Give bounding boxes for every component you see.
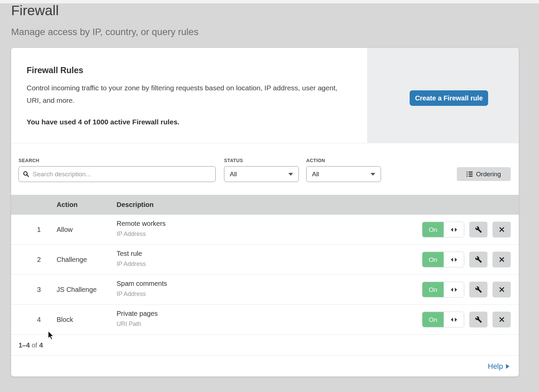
toggle-on-label[interactable]: On xyxy=(422,222,444,237)
edit-rule-button[interactable] xyxy=(469,222,487,238)
toggle-on-label[interactable]: On xyxy=(422,312,444,327)
row-controls: On xyxy=(422,312,511,328)
top-edge-highlight xyxy=(0,0,539,3)
chevron-down-icon xyxy=(288,173,293,176)
edit-rule-button[interactable] xyxy=(469,282,487,298)
toggle-drag-handle[interactable] xyxy=(444,252,464,267)
rule-description: Spam comments xyxy=(117,280,167,288)
right-arrow-icon xyxy=(455,288,457,292)
rule-description: Private pages xyxy=(117,310,158,318)
pagination-text: 1–4 of 4 xyxy=(19,335,43,356)
page-subtitle: Manage access by IP, country, or query r… xyxy=(11,27,198,37)
ordered-list-icon xyxy=(467,172,473,177)
pagination-total: 4 xyxy=(39,341,43,349)
status-select[interactable]: All xyxy=(224,166,299,182)
close-icon xyxy=(499,257,505,263)
left-arrow-icon xyxy=(451,258,453,262)
rule-action: Challenge xyxy=(57,256,87,264)
search-icon xyxy=(23,171,29,177)
row-controls: On xyxy=(422,222,511,238)
rule-action: Block xyxy=(57,316,73,324)
pagination-bar: 1–4 of 4 xyxy=(11,335,519,356)
ordering-button-label: Ordering xyxy=(476,171,501,178)
create-firewall-rule-button[interactable]: Create a Firewall rule xyxy=(410,90,488,106)
page-title: Firewall xyxy=(11,3,59,19)
action-label: ACTION xyxy=(306,158,325,163)
column-header-action: Action xyxy=(57,195,77,215)
intro-section: Firewall Rules Control incoming traffic … xyxy=(11,48,519,143)
toggle-drag-handle[interactable] xyxy=(444,312,464,327)
table-row: 1 Allow Remote workers IP Address On xyxy=(11,215,519,245)
table-row: 2 Challenge Test rule IP Address On xyxy=(11,245,519,275)
close-icon xyxy=(499,287,505,293)
toggle-on-label[interactable]: On xyxy=(422,252,444,267)
rule-match-type: IP Address xyxy=(117,261,146,268)
close-icon xyxy=(499,316,505,323)
search-input[interactable] xyxy=(33,171,211,178)
table-header: Action Description xyxy=(11,195,519,215)
left-arrow-icon xyxy=(451,228,453,232)
right-arrow-icon xyxy=(455,258,457,262)
pagination-range: 1–4 xyxy=(19,341,30,349)
rule-description: Remote workers xyxy=(117,220,166,228)
table-row: 4 Block Private pages URI Path On xyxy=(11,305,519,335)
rule-enabled-toggle[interactable]: On xyxy=(422,312,464,328)
section-heading: Firewall Rules xyxy=(27,65,83,75)
chevron-down-icon xyxy=(371,173,375,176)
edit-rule-button[interactable] xyxy=(469,312,487,328)
firewall-rules-card: Firewall Rules Control incoming traffic … xyxy=(11,48,519,376)
help-link-label: Help xyxy=(488,362,503,371)
wrench-icon xyxy=(475,256,482,263)
help-link[interactable]: Help xyxy=(488,362,509,371)
rule-match-type: IP Address xyxy=(117,291,146,298)
status-selected-value: All xyxy=(230,171,237,178)
create-rule-panel: Create a Firewall rule xyxy=(367,48,519,143)
delete-rule-button[interactable] xyxy=(493,252,511,268)
toggle-drag-handle[interactable] xyxy=(444,282,464,297)
rule-priority: 4 xyxy=(31,316,46,324)
action-selected-value: All xyxy=(312,171,319,178)
rule-priority: 1 xyxy=(31,226,46,234)
right-arrow-icon xyxy=(455,318,457,322)
arrow-right-icon xyxy=(506,364,509,369)
search-box[interactable] xyxy=(19,166,216,182)
rule-match-type: URI Path xyxy=(117,321,141,328)
ordering-button[interactable]: Ordering xyxy=(457,167,511,181)
left-arrow-icon xyxy=(451,318,453,322)
action-select[interactable]: All xyxy=(306,166,381,182)
delete-rule-button[interactable] xyxy=(493,282,511,298)
delete-rule-button[interactable] xyxy=(493,312,511,328)
edit-rule-button[interactable] xyxy=(469,252,487,268)
toggle-on-label[interactable]: On xyxy=(422,282,444,297)
status-label: STATUS xyxy=(224,158,243,163)
section-description: Control incoming traffic to your zone by… xyxy=(27,82,345,107)
wrench-icon xyxy=(475,286,482,293)
usage-note: You have used 4 of 1000 active Firewall … xyxy=(27,118,180,126)
row-controls: On xyxy=(422,252,511,268)
card-footer: Help xyxy=(11,356,519,376)
delete-rule-button[interactable] xyxy=(493,222,511,238)
rule-description: Test rule xyxy=(117,250,142,258)
toggle-drag-handle[interactable] xyxy=(444,222,464,237)
table-row: 3 JS Challenge Spam comments IP Address … xyxy=(11,275,519,305)
rule-action: Allow xyxy=(57,226,73,234)
rule-action: JS Challenge xyxy=(57,286,97,294)
search-label: SEARCH xyxy=(19,158,39,163)
wrench-icon xyxy=(475,226,482,233)
rule-priority: 2 xyxy=(31,256,46,264)
rule-match-type: IP Address xyxy=(117,231,146,238)
close-icon xyxy=(499,227,505,233)
column-header-description: Description xyxy=(117,195,154,215)
wrench-icon xyxy=(475,316,482,323)
pagination-of: of xyxy=(32,341,37,349)
rule-enabled-toggle[interactable]: On xyxy=(422,252,464,268)
rule-priority: 3 xyxy=(31,286,46,294)
left-arrow-icon xyxy=(451,288,453,292)
rule-enabled-toggle[interactable]: On xyxy=(422,222,464,238)
right-arrow-icon xyxy=(455,228,457,232)
row-controls: On xyxy=(422,282,511,298)
rule-enabled-toggle[interactable]: On xyxy=(422,282,464,298)
rules-list: 1 Allow Remote workers IP Address On xyxy=(11,215,519,335)
